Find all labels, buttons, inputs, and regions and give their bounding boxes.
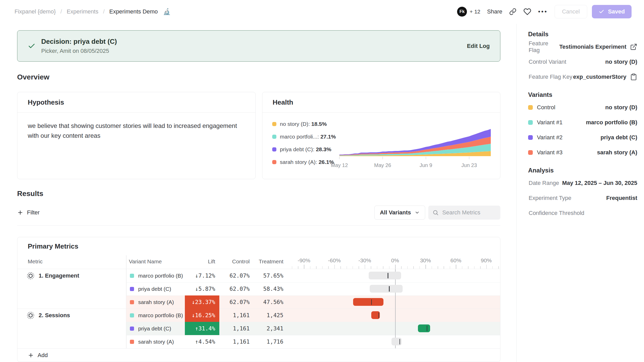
ruler-tick	[328, 266, 329, 269]
ruler-tick	[298, 266, 298, 269]
variant-row: Variant #2priya debt (C)	[528, 130, 637, 145]
variant-color-swatch	[130, 300, 134, 304]
edit-log-button[interactable]: Edit Log	[467, 43, 490, 49]
ruler-tick	[480, 266, 481, 269]
ruler-tick	[413, 266, 414, 269]
control-value: 62.07%	[219, 282, 250, 295]
health-card-title: Health	[262, 92, 500, 113]
more-menu-icon[interactable]: •••	[538, 8, 548, 15]
control-value: 1,161	[219, 309, 250, 322]
treatment-value: 57.65%	[250, 269, 283, 282]
table-header: Metric Variant Name Lift Control Treatme…	[17, 255, 500, 269]
results-heading: Results	[17, 190, 516, 198]
overview-heading: Overview	[17, 73, 516, 81]
lift-value: ↑31.4%	[185, 322, 219, 335]
breadcrumb-item[interactable]: Fixpanel {demo}	[15, 8, 56, 15]
legend-item: no story (D): 18.5%	[272, 121, 336, 127]
row-highlight	[126, 295, 500, 309]
x-axis-label: May 26	[374, 162, 391, 168]
variants-dropdown-value: All Variants	[380, 209, 411, 216]
primary-metrics-title: Primary Metrics	[17, 237, 500, 255]
detail-row: Feature Flag Keyexp_customerStory	[528, 69, 637, 84]
variant-label: Variant #3	[537, 149, 563, 156]
row-divider	[126, 322, 500, 322]
right-sidebar: Details Feature FlagTestimonials Experim…	[516, 24, 644, 362]
results-divider	[17, 225, 500, 226]
ruler-tick	[310, 266, 311, 269]
check-icon	[599, 9, 604, 15]
metric-label: 2. Sessions	[39, 312, 70, 319]
ruler-tick	[353, 266, 353, 269]
table-row[interactable]: sarah story (A)↑4.54%1,1611,716	[17, 335, 500, 348]
add-filter-button[interactable]: Filter	[17, 209, 40, 216]
add-metric-button[interactable]: Add	[17, 348, 500, 362]
legend-item: marco portfoli...: 27.1%	[272, 134, 336, 140]
variant-row: Variant #1marco portfolio (B)	[528, 115, 637, 130]
saved-button[interactable]: Saved	[592, 5, 632, 18]
table-row[interactable]: priya debt (C)↓5.87%62.07%58.43%	[17, 282, 500, 295]
plus-icon	[28, 352, 34, 358]
row-divider	[126, 335, 500, 335]
legend-label: priya debt (C): 28.3%	[280, 146, 331, 153]
breadcrumb-item[interactable]: Experiments	[67, 8, 98, 15]
ruler-tick	[377, 266, 377, 269]
ruler-tick	[432, 266, 432, 269]
primary-metrics-card: Primary Metrics Metric Variant Name Lift…	[17, 237, 500, 362]
table-row[interactable]: priya debt (C)↑31.4%1,1612,341	[17, 322, 500, 335]
legend-swatch	[272, 135, 276, 139]
legend-label: sarah story (A): 26.1%	[280, 159, 334, 165]
filter-label: Filter	[27, 209, 40, 216]
axis-tick-label: 60%	[445, 257, 467, 264]
zero-axis-line	[395, 269, 396, 348]
ruler-tick	[316, 266, 317, 269]
ruler-tick	[419, 266, 420, 269]
variant-row: Variant #3sarah story (A)	[528, 145, 637, 160]
variant-name: sarah story (A)	[138, 295, 174, 309]
breadcrumb: Fixpanel {demo}/Experiments/Experiments …	[15, 8, 171, 15]
favorite-heart-icon[interactable]	[523, 8, 531, 16]
table-row[interactable]: sarah story (A)↓23.37%62.07%47.56%	[17, 295, 500, 309]
breadcrumb-separator: /	[103, 8, 104, 15]
legend-value: 27.1%	[320, 134, 336, 140]
analysis-label: Confidence Threshold	[528, 210, 584, 216]
axis-tick-label: -90%	[293, 257, 315, 264]
cancel-button[interactable]: Cancel	[555, 5, 587, 18]
detail-row: Control Variantno story (D)	[528, 54, 637, 69]
breadcrumb-item[interactable]: Experiments Demo	[109, 8, 158, 15]
ruler-tick	[456, 265, 456, 269]
col-lift: Lift	[185, 258, 215, 265]
table-row[interactable]: 1. Engagementmarco portfolio (B)↓7.12%62…	[17, 269, 500, 282]
search-metrics-box[interactable]	[428, 206, 500, 220]
lift-value: ↓16.25%	[185, 309, 219, 322]
ruler-tick	[492, 266, 493, 269]
lift-point-marker	[427, 326, 428, 331]
clipboard-icon[interactable]	[630, 73, 637, 81]
ruler-tick	[371, 266, 371, 269]
variant-label: Variant #1	[537, 119, 563, 126]
search-metrics-input[interactable]	[442, 209, 494, 216]
axis-tick-label: 0%	[384, 257, 406, 264]
variant-color-swatch	[130, 327, 134, 331]
avatar[interactable]: Fk	[457, 7, 467, 17]
microscope-emoji: 🔬	[163, 8, 171, 15]
table-row[interactable]: 2. Sessionsmarco portfolio (B)↓16.25%1,1…	[17, 309, 500, 322]
variants-dropdown[interactable]: All Variants	[374, 206, 425, 220]
external-link-icon[interactable]	[630, 43, 637, 50]
legend-swatch	[272, 160, 276, 164]
axis-tick-label: 30%	[415, 257, 436, 264]
detail-label: Feature Flag	[528, 40, 559, 54]
col-treatment: Treatment	[250, 258, 283, 265]
share-button[interactable]: Share	[487, 8, 502, 15]
avatar-overflow-count[interactable]: + 12	[470, 9, 480, 15]
lift-point-marker	[379, 313, 379, 318]
topbar: Fixpanel {demo}/Experiments/Experiments …	[0, 0, 644, 23]
variant-name: priya debt (C)	[138, 282, 171, 295]
copy-link-icon[interactable]	[509, 8, 517, 16]
variant-label: Control	[537, 104, 555, 111]
table-body: 1. Engagementmarco portfolio (B)↓7.12%62…	[17, 269, 500, 348]
lift-point-marker	[400, 339, 400, 344]
legend-label: marco portfoli...: 27.1%	[280, 134, 336, 140]
variant-value: no story (D)	[605, 104, 637, 111]
treatment-value: 58.43%	[250, 282, 283, 295]
x-axis-label: Jun 9	[419, 162, 432, 168]
